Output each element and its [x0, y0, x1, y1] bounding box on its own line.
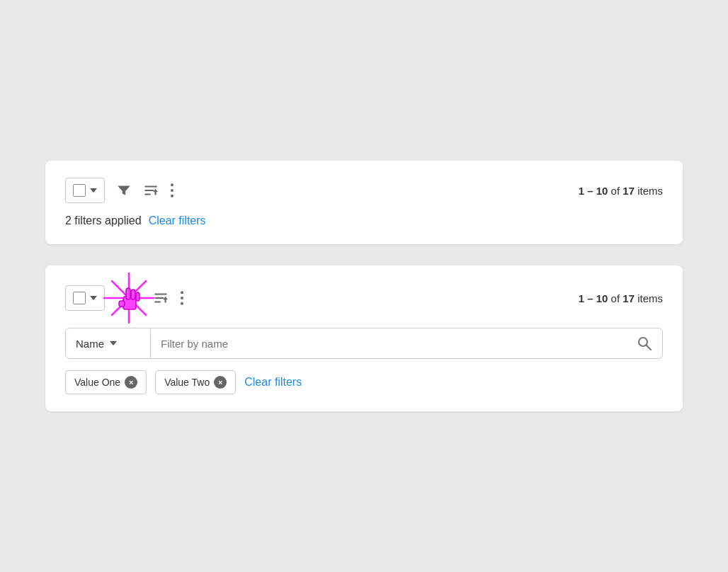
- items-of-1: of: [611, 185, 620, 197]
- checkbox-1[interactable]: [73, 184, 86, 197]
- items-total-1: 17: [622, 185, 635, 197]
- svg-point-1: [171, 189, 174, 192]
- svg-line-20: [647, 345, 652, 350]
- tag2-remove-button[interactable]: ×: [214, 376, 227, 389]
- filter-name-dropdown[interactable]: Name: [66, 329, 151, 358]
- items-range-2: 1 – 10: [579, 292, 608, 304]
- dropdown-caret-1: [90, 188, 97, 193]
- filter-name-label: Name: [76, 338, 104, 350]
- items-count-1: 1 – 10 of 17 items: [579, 185, 663, 197]
- filter-name-input[interactable]: [151, 329, 627, 358]
- filters-count-1: 2 filters applied: [65, 214, 142, 227]
- svg-point-2: [171, 195, 174, 198]
- checkbox-dropdown-1[interactable]: [65, 178, 105, 203]
- filter-icon-with-cursor[interactable]: [116, 282, 142, 314]
- search-button[interactable]: [627, 328, 662, 358]
- svg-rect-13: [126, 288, 130, 299]
- svg-point-16: [181, 291, 183, 294]
- svg-rect-14: [131, 290, 135, 299]
- more-svg-1: [170, 183, 174, 198]
- filter-status-1: 2 filters applied Clear filters: [65, 214, 663, 227]
- filter-tags-row: Value One × Value Two × Clear filters: [65, 370, 663, 394]
- items-label-1: items: [637, 185, 663, 197]
- svg-rect-12: [119, 301, 125, 307]
- toolbar-2: 1 – 10 of 17 items: [65, 282, 663, 314]
- sort-icon-2[interactable]: [153, 290, 169, 306]
- filter-name-caret: [110, 341, 117, 345]
- svg-point-18: [181, 302, 183, 305]
- items-total-2: 17: [622, 292, 635, 304]
- filter-input-row: Name: [65, 328, 663, 359]
- toolbar-1: 1 – 10 of 17 items: [65, 178, 663, 203]
- clear-filters-button-2[interactable]: Clear filters: [244, 376, 302, 389]
- checkbox-2[interactable]: [73, 292, 86, 304]
- clear-filters-button-1[interactable]: Clear filters: [149, 214, 206, 227]
- card-filter-panel: 1 – 10 of 17 items Name Value One × V: [45, 265, 683, 411]
- card-filters-applied: 1 – 10 of 17 items 2 filters applied Cle…: [45, 161, 683, 244]
- sort-icon-1[interactable]: [143, 183, 159, 198]
- filter-icon-1[interactable]: [116, 183, 132, 198]
- more-svg-2: [180, 290, 184, 306]
- svg-rect-15: [136, 292, 140, 301]
- filter-tag-1: Value One ×: [65, 370, 147, 394]
- items-of-2: of: [611, 292, 620, 304]
- tag1-label: Value One: [74, 377, 120, 388]
- sort-svg-2: [153, 290, 169, 306]
- tag2-label: Value Two: [164, 377, 210, 388]
- items-range-1: 1 – 10: [579, 185, 608, 197]
- items-count-2: 1 – 10 of 17 items: [579, 292, 663, 304]
- more-icon-1[interactable]: [170, 183, 174, 198]
- tag1-remove-button[interactable]: ×: [125, 376, 137, 389]
- search-svg: [637, 336, 652, 351]
- more-icon-2[interactable]: [180, 290, 184, 306]
- checkbox-dropdown-2[interactable]: [65, 285, 105, 311]
- sort-svg-1: [143, 183, 159, 198]
- svg-point-0: [171, 183, 174, 186]
- filter-tag-2: Value Two ×: [155, 370, 236, 394]
- dropdown-caret-2: [90, 296, 97, 300]
- svg-point-17: [181, 297, 183, 299]
- items-label-2: items: [637, 292, 663, 304]
- hand-cursor-svg: [116, 282, 142, 314]
- funnel-svg-1: [116, 183, 132, 198]
